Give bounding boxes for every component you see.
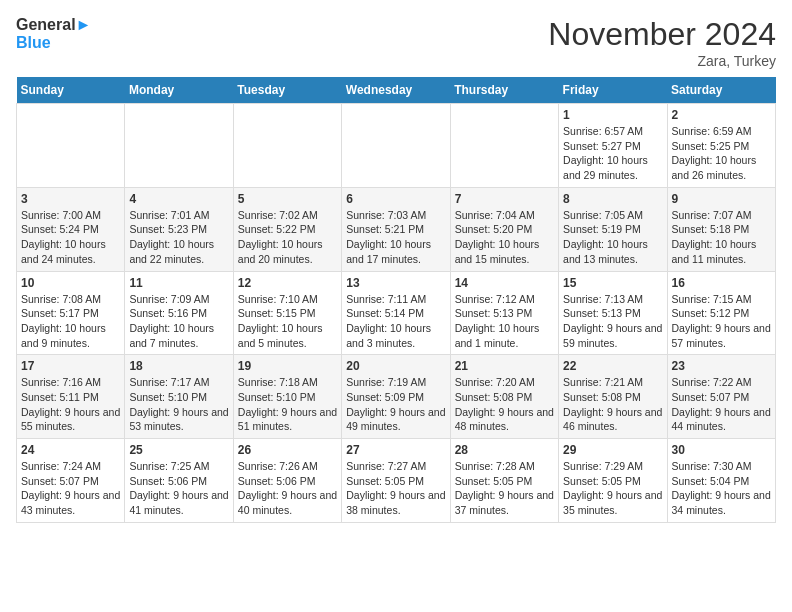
logo: General► Blue xyxy=(16,16,91,51)
day-cell: 8Sunrise: 7:05 AMSunset: 5:19 PMDaylight… xyxy=(559,187,667,271)
day-cell: 20Sunrise: 7:19 AMSunset: 5:09 PMDayligh… xyxy=(342,355,450,439)
day-number: 17 xyxy=(21,359,120,373)
day-info: Sunrise: 6:59 AMSunset: 5:25 PMDaylight:… xyxy=(672,124,771,183)
day-info: Sunrise: 7:17 AMSunset: 5:10 PMDaylight:… xyxy=(129,375,228,434)
calendar-table: SundayMondayTuesdayWednesdayThursdayFrid… xyxy=(16,77,776,523)
day-info: Sunrise: 7:18 AMSunset: 5:10 PMDaylight:… xyxy=(238,375,337,434)
day-cell xyxy=(342,104,450,188)
day-number: 16 xyxy=(672,276,771,290)
week-row-2: 3Sunrise: 7:00 AMSunset: 5:24 PMDaylight… xyxy=(17,187,776,271)
day-cell: 23Sunrise: 7:22 AMSunset: 5:07 PMDayligh… xyxy=(667,355,775,439)
day-number: 5 xyxy=(238,192,337,206)
day-info: Sunrise: 7:02 AMSunset: 5:22 PMDaylight:… xyxy=(238,208,337,267)
day-number: 15 xyxy=(563,276,662,290)
week-row-5: 24Sunrise: 7:24 AMSunset: 5:07 PMDayligh… xyxy=(17,439,776,523)
day-cell: 3Sunrise: 7:00 AMSunset: 5:24 PMDaylight… xyxy=(17,187,125,271)
day-info: Sunrise: 7:13 AMSunset: 5:13 PMDaylight:… xyxy=(563,292,662,351)
day-number: 13 xyxy=(346,276,445,290)
day-number: 9 xyxy=(672,192,771,206)
day-number: 14 xyxy=(455,276,554,290)
day-number: 19 xyxy=(238,359,337,373)
day-cell: 30Sunrise: 7:30 AMSunset: 5:04 PMDayligh… xyxy=(667,439,775,523)
day-info: Sunrise: 7:19 AMSunset: 5:09 PMDaylight:… xyxy=(346,375,445,434)
day-number: 11 xyxy=(129,276,228,290)
day-info: Sunrise: 7:20 AMSunset: 5:08 PMDaylight:… xyxy=(455,375,554,434)
day-number: 3 xyxy=(21,192,120,206)
day-number: 12 xyxy=(238,276,337,290)
day-cell: 4Sunrise: 7:01 AMSunset: 5:23 PMDaylight… xyxy=(125,187,233,271)
day-number: 28 xyxy=(455,443,554,457)
week-row-1: 1Sunrise: 6:57 AMSunset: 5:27 PMDaylight… xyxy=(17,104,776,188)
day-cell: 15Sunrise: 7:13 AMSunset: 5:13 PMDayligh… xyxy=(559,271,667,355)
day-number: 7 xyxy=(455,192,554,206)
day-cell xyxy=(233,104,341,188)
day-number: 20 xyxy=(346,359,445,373)
day-cell: 22Sunrise: 7:21 AMSunset: 5:08 PMDayligh… xyxy=(559,355,667,439)
weekday-header-tuesday: Tuesday xyxy=(233,77,341,104)
day-number: 24 xyxy=(21,443,120,457)
day-cell: 5Sunrise: 7:02 AMSunset: 5:22 PMDaylight… xyxy=(233,187,341,271)
weekday-header-row: SundayMondayTuesdayWednesdayThursdayFrid… xyxy=(17,77,776,104)
location: Zara, Turkey xyxy=(548,53,776,69)
weekday-header-thursday: Thursday xyxy=(450,77,558,104)
day-number: 18 xyxy=(129,359,228,373)
day-number: 1 xyxy=(563,108,662,122)
day-number: 25 xyxy=(129,443,228,457)
day-info: Sunrise: 7:22 AMSunset: 5:07 PMDaylight:… xyxy=(672,375,771,434)
day-cell: 29Sunrise: 7:29 AMSunset: 5:05 PMDayligh… xyxy=(559,439,667,523)
day-info: Sunrise: 7:00 AMSunset: 5:24 PMDaylight:… xyxy=(21,208,120,267)
day-cell: 17Sunrise: 7:16 AMSunset: 5:11 PMDayligh… xyxy=(17,355,125,439)
day-info: Sunrise: 7:11 AMSunset: 5:14 PMDaylight:… xyxy=(346,292,445,351)
day-cell: 10Sunrise: 7:08 AMSunset: 5:17 PMDayligh… xyxy=(17,271,125,355)
day-cell: 16Sunrise: 7:15 AMSunset: 5:12 PMDayligh… xyxy=(667,271,775,355)
day-info: Sunrise: 7:26 AMSunset: 5:06 PMDaylight:… xyxy=(238,459,337,518)
weekday-header-wednesday: Wednesday xyxy=(342,77,450,104)
weekday-header-friday: Friday xyxy=(559,77,667,104)
day-number: 29 xyxy=(563,443,662,457)
day-info: Sunrise: 7:10 AMSunset: 5:15 PMDaylight:… xyxy=(238,292,337,351)
day-number: 27 xyxy=(346,443,445,457)
week-row-3: 10Sunrise: 7:08 AMSunset: 5:17 PMDayligh… xyxy=(17,271,776,355)
day-cell: 21Sunrise: 7:20 AMSunset: 5:08 PMDayligh… xyxy=(450,355,558,439)
day-cell: 12Sunrise: 7:10 AMSunset: 5:15 PMDayligh… xyxy=(233,271,341,355)
day-info: Sunrise: 6:57 AMSunset: 5:27 PMDaylight:… xyxy=(563,124,662,183)
day-cell: 6Sunrise: 7:03 AMSunset: 5:21 PMDaylight… xyxy=(342,187,450,271)
day-cell xyxy=(450,104,558,188)
day-info: Sunrise: 7:03 AMSunset: 5:21 PMDaylight:… xyxy=(346,208,445,267)
day-info: Sunrise: 7:12 AMSunset: 5:13 PMDaylight:… xyxy=(455,292,554,351)
day-info: Sunrise: 7:01 AMSunset: 5:23 PMDaylight:… xyxy=(129,208,228,267)
day-info: Sunrise: 7:24 AMSunset: 5:07 PMDaylight:… xyxy=(21,459,120,518)
day-number: 26 xyxy=(238,443,337,457)
day-cell: 14Sunrise: 7:12 AMSunset: 5:13 PMDayligh… xyxy=(450,271,558,355)
day-info: Sunrise: 7:15 AMSunset: 5:12 PMDaylight:… xyxy=(672,292,771,351)
day-info: Sunrise: 7:09 AMSunset: 5:16 PMDaylight:… xyxy=(129,292,228,351)
day-cell: 9Sunrise: 7:07 AMSunset: 5:18 PMDaylight… xyxy=(667,187,775,271)
day-cell: 24Sunrise: 7:24 AMSunset: 5:07 PMDayligh… xyxy=(17,439,125,523)
day-number: 6 xyxy=(346,192,445,206)
day-number: 4 xyxy=(129,192,228,206)
day-info: Sunrise: 7:08 AMSunset: 5:17 PMDaylight:… xyxy=(21,292,120,351)
day-cell: 19Sunrise: 7:18 AMSunset: 5:10 PMDayligh… xyxy=(233,355,341,439)
page-header: General► Blue November 2024 Zara, Turkey xyxy=(16,16,776,69)
day-info: Sunrise: 7:07 AMSunset: 5:18 PMDaylight:… xyxy=(672,208,771,267)
weekday-header-monday: Monday xyxy=(125,77,233,104)
day-number: 10 xyxy=(21,276,120,290)
day-info: Sunrise: 7:16 AMSunset: 5:11 PMDaylight:… xyxy=(21,375,120,434)
day-number: 2 xyxy=(672,108,771,122)
day-info: Sunrise: 7:28 AMSunset: 5:05 PMDaylight:… xyxy=(455,459,554,518)
day-info: Sunrise: 7:25 AMSunset: 5:06 PMDaylight:… xyxy=(129,459,228,518)
day-cell: 13Sunrise: 7:11 AMSunset: 5:14 PMDayligh… xyxy=(342,271,450,355)
day-cell xyxy=(125,104,233,188)
day-info: Sunrise: 7:21 AMSunset: 5:08 PMDaylight:… xyxy=(563,375,662,434)
day-cell: 7Sunrise: 7:04 AMSunset: 5:20 PMDaylight… xyxy=(450,187,558,271)
day-cell: 11Sunrise: 7:09 AMSunset: 5:16 PMDayligh… xyxy=(125,271,233,355)
weekday-header-sunday: Sunday xyxy=(17,77,125,104)
day-cell: 26Sunrise: 7:26 AMSunset: 5:06 PMDayligh… xyxy=(233,439,341,523)
day-cell: 28Sunrise: 7:28 AMSunset: 5:05 PMDayligh… xyxy=(450,439,558,523)
day-info: Sunrise: 7:04 AMSunset: 5:20 PMDaylight:… xyxy=(455,208,554,267)
day-number: 8 xyxy=(563,192,662,206)
week-row-4: 17Sunrise: 7:16 AMSunset: 5:11 PMDayligh… xyxy=(17,355,776,439)
day-cell: 27Sunrise: 7:27 AMSunset: 5:05 PMDayligh… xyxy=(342,439,450,523)
day-cell: 2Sunrise: 6:59 AMSunset: 5:25 PMDaylight… xyxy=(667,104,775,188)
day-info: Sunrise: 7:29 AMSunset: 5:05 PMDaylight:… xyxy=(563,459,662,518)
